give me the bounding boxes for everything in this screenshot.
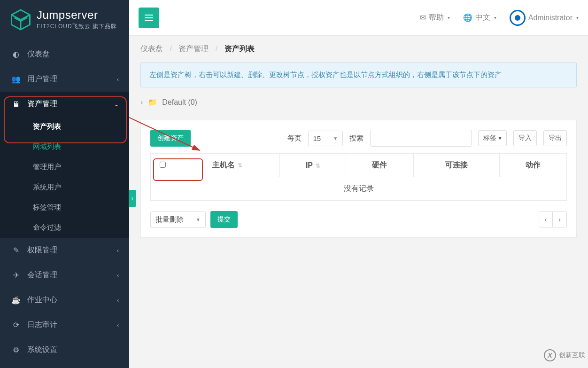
nav-label: 作业中心 [27,295,57,305]
col-hostname[interactable]: 主机名⇅ [175,154,280,177]
folder-icon: 📁 [148,98,157,106]
subnav-asset-list[interactable]: 资产列表 [0,117,129,137]
audits-icon: ⟳ [11,321,21,329]
toolbar: 创建资产 每页 15 ▼ 搜索 标签 ▾ 导入 导出 [150,130,567,147]
sort-icon: ⇅ [316,163,320,169]
watermark-icon: X [544,349,556,361]
page-next-button[interactable]: › [553,211,567,227]
nav-dashboard[interactable]: ◐ 仪表盘 [0,42,129,67]
col-connectivity: 可连接 [413,154,499,177]
asset-tree: › 📁 Default (0) [140,98,577,107]
users-icon: 👥 [11,75,21,84]
nav-label: 用户管理 [27,74,57,84]
col-label: 可连接 [445,161,468,169]
language-label: 中文 [475,13,490,23]
assets-icon: 🖥 [11,100,21,109]
sidebar: Jumpserver FIT2CLOUD飞致云 旗下品牌 ◐ 仪表盘 👥 用户管… [0,0,129,368]
tree-root-label[interactable]: Default (0) [162,98,197,106]
empty-row: 没有记录 [151,177,567,201]
nav-assets-submenu: 资产列表 网域列表 管理用户 系统用户 标签管理 命令过滤 [0,117,129,238]
breadcrumb-sep: / [170,45,171,53]
ops-icon: ☕ [11,296,21,305]
asset-table: 主机名⇅ IP⇅ 硬件 可连接 动作 没有记录 [150,153,567,201]
nav-users[interactable]: 👥 用户管理 ‹ [0,67,129,92]
subnav-system-users[interactable]: 系统用户 [0,177,129,197]
subnav-labels[interactable]: 标签管理 [0,197,129,218]
brand-subtitle: FIT2CLOUD飞致云 旗下品牌 [37,23,117,31]
dashboard-icon: ◐ [11,50,21,59]
avatar-icon [510,10,526,26]
col-hardware: 硬件 [346,154,413,177]
nav-label: 日志审计 [27,320,57,330]
nav-label: 资产管理 [27,99,57,109]
nav-ops[interactable]: ☕ 作业中心 ‹ [0,288,129,313]
tags-label: 标签 [483,134,496,141]
nav-label: 权限管理 [27,245,57,255]
breadcrumb-item[interactable]: 仪表盘 [140,45,163,53]
subnav-label: 资产列表 [33,122,61,130]
col-ip[interactable]: IP⇅ [280,154,346,177]
settings-icon: ⚙ [11,345,21,354]
chevron-left-icon: ‹ [117,247,119,254]
tree-expand-icon[interactable]: › [140,98,143,107]
col-label: IP [306,161,313,169]
collapse-tree-button[interactable]: ‹ [129,190,136,207]
chevron-left-icon: ‹ [117,322,119,329]
help-label: 帮助 [429,13,444,23]
caret-down-icon: ▼ [333,136,338,141]
asset-panel: 创建资产 每页 15 ▼ 搜索 标签 ▾ 导入 导出 [140,120,577,238]
info-text: 左侧是资产树，右击可以新建、删除、更改树节点，授权资产也是以节点方式组织的，右侧… [149,70,502,78]
sessions-icon: ✈ [11,271,21,280]
caret-down-icon: ▾ [576,15,579,20]
subnav-admin-users[interactable]: 管理用户 [0,157,129,177]
user-name: Administrator [528,14,573,22]
chevron-down-icon: ⌄ [114,101,119,108]
batch-action-select[interactable]: 批量删除 ▼ [150,211,206,228]
toggle-sidebar-button[interactable] [139,8,159,28]
breadcrumb-item[interactable]: 资产管理 [178,45,209,53]
user-menu[interactable]: Administrator ▾ [510,10,579,26]
subnav-label: 管理用户 [33,163,61,171]
col-label: 硬件 [372,161,387,169]
subnav-label: 系统用户 [33,183,61,191]
chevron-left-icon: ‹ [117,76,119,83]
page-prev-button[interactable]: ‹ [539,211,553,227]
brand-logo-icon [9,8,32,32]
col-label: 动作 [526,161,541,169]
pagination: ‹ › [539,211,567,227]
help-menu[interactable]: ✉ 帮助 ▾ [420,13,450,23]
nav-settings[interactable]: ⚙ 系统设置 [0,337,129,362]
help-icon: ✉ [420,13,426,22]
table-footer: 批量删除 ▼ 提交 ‹ › [150,211,567,228]
language-menu[interactable]: 🌐 中文 ▾ [463,13,496,23]
nav-sessions[interactable]: ✈ 会话管理 ‹ [0,263,129,288]
nav-label: 系统设置 [27,345,57,355]
globe-icon: 🌐 [463,13,472,22]
tags-dropdown[interactable]: 标签 ▾ [478,130,507,146]
select-all-checkbox[interactable] [160,162,166,168]
nav-assets[interactable]: 🖥 资产管理 ⌄ [0,92,129,117]
sidebar-nav: ◐ 仪表盘 👥 用户管理 ‹ 🖥 资产管理 ⌄ 资产列表 网域列表 管理用户 系… [0,42,129,362]
export-button[interactable]: 导出 [543,130,567,146]
subnav-label: 标签管理 [33,203,61,211]
submit-button[interactable]: 提交 [210,211,238,228]
create-asset-button[interactable]: 创建资产 [150,130,191,147]
chevron-left-icon: ‹ [117,272,119,279]
subnav-cmd-filter[interactable]: 命令过滤 [0,218,129,238]
search-input[interactable] [370,130,472,147]
batch-action-value: 批量删除 [155,215,184,224]
perms-icon: ✎ [11,246,21,255]
caret-down-icon: ▾ [448,15,450,20]
col-action: 动作 [499,154,566,177]
per-page-select[interactable]: 15 ▼ [308,131,343,146]
caret-down-icon: ▾ [494,15,496,20]
watermark-text: 创新互联 [559,351,585,360]
content: 仪表盘 / 资产管理 / 资产列表 ‹ 左侧是资产树，右击可以新建、删除、更改树… [129,36,588,368]
nav-perms[interactable]: ✎ 权限管理 ‹ [0,238,129,263]
subnav-domain-list[interactable]: 网域列表 [0,137,129,157]
import-button[interactable]: 导入 [513,130,537,146]
caret-down-icon: ▾ [498,134,502,141]
search-label: 搜索 [349,134,364,143]
col-label: 主机名 [212,161,235,169]
nav-audits[interactable]: ⟳ 日志审计 ‹ [0,313,129,337]
